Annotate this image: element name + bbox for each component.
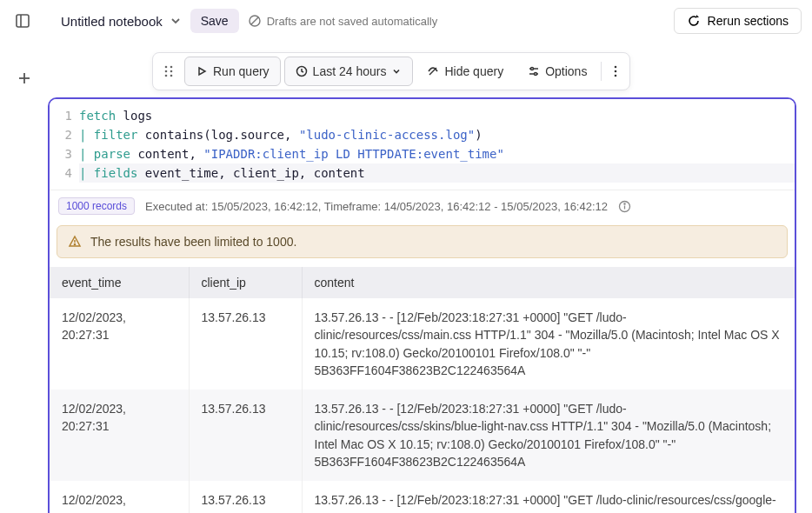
cell-content: 13.57.26.13 - - [12/Feb/2023:18:27:31 +0… <box>302 390 795 481</box>
table-row[interactable]: 12/02/2023, 20:27:31 13.57.26.13 13.57.2… <box>50 390 795 481</box>
line-number: 2 <box>50 125 72 144</box>
sidebar-toggle-icon[interactable] <box>10 9 35 33</box>
svg-point-6 <box>165 66 168 69</box>
cell-client-ip: 13.57.26.13 <box>189 298 302 390</box>
results-table: event_time client_ip content 12/02/2023,… <box>50 267 795 513</box>
add-section-column <box>0 42 48 513</box>
svg-line-3 <box>251 17 258 24</box>
timeframe-label: Last 24 hours <box>313 64 387 78</box>
hide-query-button[interactable]: Hide query <box>416 57 514 85</box>
add-section-button[interactable] <box>12 66 37 90</box>
line-number: 3 <box>50 144 72 163</box>
cell-event-time: 12/02/2023, 20:27:31 <box>50 481 189 513</box>
table-row[interactable]: 12/02/2023, 20:27:31 13.57.26.13 13.57.2… <box>50 481 795 513</box>
warning-text: The results have been limited to 1000. <box>90 235 296 249</box>
hide-query-label: Hide query <box>444 64 503 78</box>
query-section: 1 2 3 4 fetch logs | filter contains(log… <box>48 97 796 513</box>
cell-event-time: 12/02/2023, 20:27:31 <box>50 298 189 390</box>
chevron-down-icon <box>391 66 402 77</box>
svg-point-9 <box>170 70 173 73</box>
svg-rect-0 <box>17 15 29 27</box>
run-query-label: Run query <box>213 64 270 78</box>
sliders-icon <box>528 65 540 77</box>
svg-point-24 <box>624 203 625 203</box>
clock-icon <box>296 65 308 77</box>
more-vertical-icon <box>614 65 617 77</box>
line-number: 4 <box>50 163 72 183</box>
svg-point-18 <box>535 73 537 76</box>
header-bar: Untitled notebook Save Drafts are not sa… <box>0 0 812 42</box>
svg-point-21 <box>615 75 617 77</box>
more-menu-button[interactable] <box>605 58 626 84</box>
column-header[interactable]: event_time <box>50 267 189 298</box>
drag-handle-icon[interactable] <box>156 59 181 83</box>
svg-point-17 <box>531 68 534 70</box>
info-icon[interactable] <box>618 200 631 213</box>
svg-point-20 <box>615 70 617 73</box>
draft-status-text: Drafts are not saved automatically <box>267 15 438 28</box>
query-editor[interactable]: 1 2 3 4 fetch logs | filter contains(log… <box>50 99 795 190</box>
execution-timestamp: Executed at: 15/05/2023, 16:42:12, Timef… <box>145 200 608 213</box>
line-gutter: 1 2 3 4 <box>50 99 79 190</box>
chevron-down-icon <box>170 15 182 27</box>
column-header[interactable]: content <box>302 267 795 298</box>
options-button[interactable]: Options <box>517 57 597 85</box>
svg-point-19 <box>615 66 617 69</box>
unsaved-icon <box>248 14 262 28</box>
code-content: fetch logs | filter contains(log.source,… <box>79 99 795 190</box>
cell-event-time: 12/02/2023, 20:27:31 <box>50 390 189 481</box>
execution-meta: 1000 records Executed at: 15/05/2023, 16… <box>50 190 795 222</box>
svg-point-11 <box>170 75 173 77</box>
timeframe-button[interactable]: Last 24 hours <box>284 57 414 86</box>
save-button[interactable]: Save <box>190 9 239 33</box>
svg-point-7 <box>170 66 173 69</box>
svg-marker-12 <box>199 68 205 75</box>
cell-client-ip: 13.57.26.13 <box>189 390 302 481</box>
hide-icon <box>427 65 439 77</box>
refresh-icon <box>687 14 701 28</box>
table-row[interactable]: 12/02/2023, 20:27:31 13.57.26.13 13.57.2… <box>50 298 795 390</box>
cell-client-ip: 13.57.26.13 <box>189 481 302 513</box>
main-content: Run query Last 24 hours Hide query <box>48 42 812 513</box>
cell-content: 13.57.26.13 - - [12/Feb/2023:18:27:31 +0… <box>302 298 795 390</box>
svg-point-8 <box>165 70 168 73</box>
warning-icon <box>68 235 82 249</box>
svg-point-10 <box>165 75 168 77</box>
options-label: Options <box>545 64 587 78</box>
notebook-title: Untitled notebook <box>61 14 163 29</box>
line-number: 1 <box>50 106 72 125</box>
rerun-sections-button[interactable]: Rerun sections <box>674 8 802 34</box>
toolbar-divider <box>601 62 602 81</box>
play-icon <box>196 65 208 77</box>
records-badge[interactable]: 1000 records <box>58 197 135 215</box>
notebook-title-group[interactable]: Untitled notebook <box>61 14 182 29</box>
query-toolbar: Run query Last 24 hours Hide query <box>152 52 630 90</box>
column-header[interactable]: client_ip <box>189 267 302 298</box>
rerun-label: Rerun sections <box>708 14 789 28</box>
run-query-button[interactable]: Run query <box>184 57 281 86</box>
cell-content: 13.57.26.13 - - [12/Feb/2023:18:27:31 +0… <box>302 481 795 513</box>
limit-warning-banner: The results have been limited to 1000. <box>57 225 788 258</box>
draft-status: Drafts are not saved automatically <box>248 14 438 28</box>
svg-point-27 <box>74 243 75 244</box>
